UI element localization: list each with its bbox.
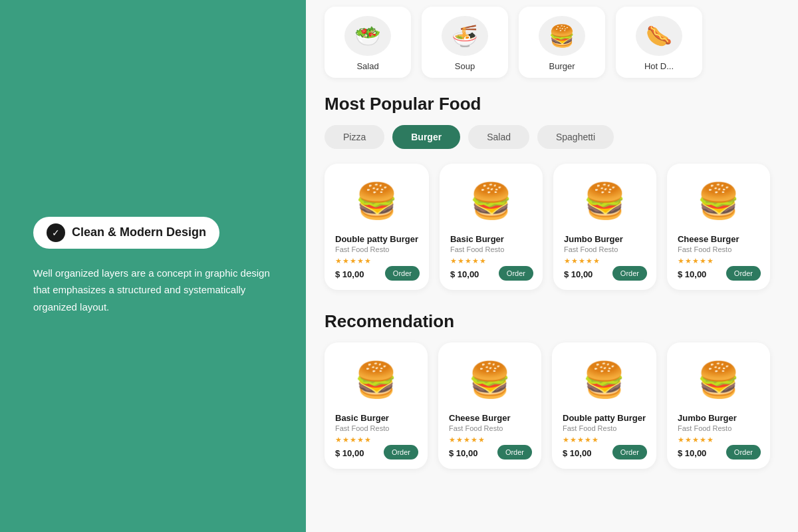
recom-img-1: 🍔: [449, 353, 531, 406]
recom-food-card-0: 🍔 Basic Burger Fast Food Resto ★★★★★ $ 1…: [325, 342, 428, 469]
recom-stars-2: ★★★★★: [563, 436, 646, 444]
category-img-1: 🍜: [442, 16, 488, 56]
recom-stars-1: ★★★★★: [449, 436, 531, 444]
recom-food-grid: 🍔 Basic Burger Fast Food Resto ★★★★★ $ 1…: [325, 342, 782, 469]
filter-tabs: PizzaBurgerSaladSpaghetti: [325, 125, 782, 149]
recom-order-button-3[interactable]: Order: [726, 445, 761, 460]
popular-food-grid: 🍔 Double patty Burger Fast Food Resto ★★…: [325, 164, 782, 290]
recom-name-3: Jumbo Burger: [678, 413, 759, 423]
recom-food-card-2: 🍔 Double patty Burger Fast Food Resto ★★…: [552, 342, 656, 469]
food-name-0: Double patty Burger: [335, 234, 418, 244]
order-button-2[interactable]: Order: [612, 266, 647, 281]
right-content: 🥗 Salad 🍜 Soup 🍔 Burger 🌭 Hot D... Most …: [306, 0, 798, 532]
order-button-0[interactable]: Order: [385, 266, 420, 281]
food-resto-0: Fast Food Resto: [335, 245, 418, 253]
food-img-1: 🍔: [450, 174, 532, 227]
food-name-1: Basic Burger: [450, 234, 532, 244]
category-item-1[interactable]: 🍜 Soup: [422, 7, 508, 78]
badge: ✓ Clean & Modern Design: [33, 217, 219, 249]
filter-tab-pizza[interactable]: Pizza: [325, 125, 384, 149]
recom-resto-3: Fast Food Resto: [678, 424, 759, 432]
food-resto-2: Fast Food Resto: [564, 245, 646, 253]
recom-resto-0: Fast Food Resto: [335, 424, 417, 432]
recom-img-0: 🍔: [335, 353, 417, 406]
recom-order-button-2[interactable]: Order: [612, 445, 647, 460]
recom-name-1: Cheese Burger: [449, 413, 531, 423]
food-stars-0: ★★★★★: [335, 257, 418, 265]
category-label-3: Hot D...: [644, 61, 674, 71]
popular-food-card-3: 🍔 Cheese Burger Fast Food Resto ★★★★★ $ …: [667, 164, 770, 290]
food-resto-1: Fast Food Resto: [450, 245, 532, 253]
popular-food-card-0: 🍔 Double patty Burger Fast Food Resto ★★…: [325, 164, 429, 290]
recom-name-2: Double patty Burger: [563, 413, 646, 423]
category-row: 🥗 Salad 🍜 Soup 🍔 Burger 🌭 Hot D...: [325, 0, 782, 91]
category-img-0: 🥗: [344, 16, 391, 56]
recom-resto-2: Fast Food Resto: [563, 424, 646, 432]
filter-tab-salad[interactable]: Salad: [468, 125, 529, 149]
recom-resto-1: Fast Food Resto: [449, 424, 531, 432]
category-label-2: Burger: [549, 61, 575, 71]
recom-name-0: Basic Burger: [335, 413, 417, 423]
food-img-0: 🍔: [335, 174, 418, 227]
food-name-3: Cheese Burger: [678, 234, 759, 244]
category-img-3: 🌭: [636, 16, 682, 56]
filter-tab-burger[interactable]: Burger: [392, 125, 460, 149]
food-img-3: 🍔: [678, 174, 759, 227]
recom-food-card-1: 🍔 Cheese Burger Fast Food Resto ★★★★★ $ …: [438, 342, 541, 469]
filter-tab-spaghetti[interactable]: Spaghetti: [537, 125, 614, 149]
order-button-1[interactable]: Order: [499, 266, 533, 281]
recom-stars-0: ★★★★★: [335, 436, 417, 444]
recom-stars-3: ★★★★★: [678, 436, 759, 444]
category-label-0: Salad: [356, 61, 378, 71]
recom-section-title: Recomendation: [325, 311, 782, 332]
popular-section-title: Most Popular Food: [325, 94, 782, 114]
recom-order-button-0[interactable]: Order: [384, 445, 418, 460]
order-button-3[interactable]: Order: [726, 266, 761, 281]
check-icon: ✓: [47, 223, 65, 242]
recom-food-card-3: 🍔 Jumbo Burger Fast Food Resto ★★★★★ $ 1…: [667, 342, 770, 469]
popular-food-card-1: 🍔 Basic Burger Fast Food Resto ★★★★★ $ 1…: [440, 164, 543, 290]
food-img-2: 🍔: [564, 174, 646, 227]
food-stars-2: ★★★★★: [564, 257, 646, 265]
popular-food-card-2: 🍔 Jumbo Burger Fast Food Resto ★★★★★ $ 1…: [553, 164, 656, 290]
food-name-2: Jumbo Burger: [564, 234, 646, 244]
badge-label: Clean & Modern Design: [72, 225, 206, 239]
category-img-2: 🍔: [539, 16, 585, 56]
recom-img-3: 🍔: [678, 353, 759, 406]
category-item-0[interactable]: 🥗 Salad: [325, 7, 411, 78]
recom-img-2: 🍔: [563, 353, 646, 406]
left-panel: ✓ Clean & Modern Design Well organized l…: [0, 0, 306, 532]
food-resto-3: Fast Food Resto: [678, 245, 759, 253]
description-text: Well organized layers are a concept in g…: [33, 265, 273, 316]
category-item-2[interactable]: 🍔 Burger: [519, 7, 605, 78]
category-label-1: Soup: [455, 61, 475, 71]
food-stars-3: ★★★★★: [678, 257, 759, 265]
right-panel: 🥗 Salad 🍜 Soup 🍔 Burger 🌭 Hot D... Most …: [306, 0, 798, 532]
food-stars-1: ★★★★★: [450, 257, 532, 265]
category-item-3[interactable]: 🌭 Hot D...: [616, 7, 702, 78]
recom-order-button-1[interactable]: Order: [497, 445, 532, 460]
